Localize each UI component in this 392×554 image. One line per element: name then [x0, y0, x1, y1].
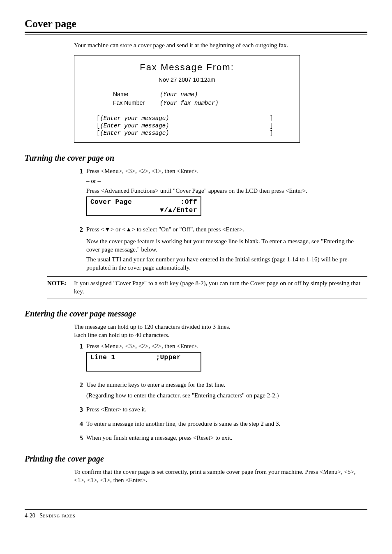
- title-rule: [25, 32, 367, 35]
- lcd-text: :Off: [181, 198, 197, 206]
- step-text: Press <▼> or <▲> to select "On" or "Off"…: [86, 225, 367, 233]
- fax-msg-text: (Enter your message): [100, 130, 169, 136]
- lcd-display: Cover Page:Off ▼/▲/Enter: [86, 196, 201, 216]
- lcd-text: Cover Page: [90, 198, 132, 206]
- note-body: If you assigned "Cover Page" to a soft k…: [74, 279, 367, 296]
- fax-date: Nov 27 2007 10:12am: [84, 76, 290, 84]
- step-number: 2: [74, 381, 83, 390]
- step-text: Press <Enter> to save it.: [86, 405, 367, 413]
- body-text: Each line can hold up to 40 characters.: [74, 331, 367, 339]
- step-text: The usual TTI and your fax number you ha…: [86, 255, 367, 272]
- step-text: (Regarding how to enter the character, s…: [86, 391, 367, 399]
- page-number: 4-20: [25, 512, 35, 519]
- step-text: Press <Menu>, <3>, <2>, <2>, then <Enter…: [86, 342, 367, 350]
- lcd-text: ;Upper: [156, 353, 181, 362]
- fax-msg-text: (Enter your message): [100, 122, 169, 129]
- step-number: 5: [74, 434, 83, 443]
- fax-msg-line: [(Enter your message)]: [97, 129, 273, 137]
- step-text: When you finish entering a message, pres…: [86, 434, 367, 442]
- step-text: Now the cover page feature is working bu…: [86, 237, 367, 254]
- lcd-text: Line 1: [90, 353, 115, 362]
- lcd-text: ▼/▲/Enter: [160, 206, 197, 215]
- intro-text: Your machine can store a cover page and …: [74, 41, 367, 49]
- fax-name-value: (Your name): [160, 91, 198, 98]
- body-text: The message can hold up to 120 character…: [74, 323, 367, 331]
- fax-msg-text: (Enter your message): [100, 115, 169, 122]
- fax-name-label: Name: [113, 90, 158, 99]
- step-text: To enter a message into another line, th…: [86, 420, 367, 428]
- fax-msg-line: [(Enter your message)]: [97, 115, 273, 122]
- note-label: NOTE:: [47, 279, 74, 296]
- fax-info: Name (Your name) Fax Number (Your fax nu…: [113, 90, 290, 107]
- subsection-turning-on: Turning the cover page on: [25, 152, 367, 164]
- step-number: 1: [74, 167, 83, 176]
- step-text: – or –: [86, 177, 367, 185]
- subsection-entering-message: Entering the cover page message: [25, 308, 367, 319]
- fax-sample-box: Fax Message From: Nov 27 2007 10:12am Na…: [74, 55, 300, 142]
- fax-number-value: (Your fax number): [160, 100, 219, 106]
- step-text: Press <Advanced Functions> until "Cover …: [86, 187, 367, 195]
- chapter-name: Sending faxes: [39, 512, 75, 519]
- fax-heading: Fax Message From:: [84, 61, 290, 74]
- subsection-printing: Printing the cover page: [25, 453, 367, 464]
- lcd-display: Line 1;Upper _: [86, 352, 201, 372]
- fax-msg-line: [(Enter your message)]: [97, 122, 273, 129]
- step-text: Press <Menu>, <3>, <2>, <1>, then <Enter…: [86, 167, 367, 175]
- body-text: To confirm that the cover page is set co…: [74, 468, 367, 485]
- fax-number-label: Fax Number: [113, 99, 158, 107]
- step-number: 1: [74, 342, 83, 351]
- lcd-text: _: [90, 362, 95, 370]
- step-text: Use the numeric keys to enter a message …: [86, 381, 367, 389]
- page-title: Cover page: [25, 16, 367, 31]
- step-number: 3: [74, 405, 83, 415]
- page-footer: 4-20 Sending faxes: [25, 509, 367, 520]
- note-block: NOTE: If you assigned "Cover Page" to a …: [47, 276, 367, 299]
- step-number: 2: [74, 225, 83, 235]
- step-number: 4: [74, 420, 83, 429]
